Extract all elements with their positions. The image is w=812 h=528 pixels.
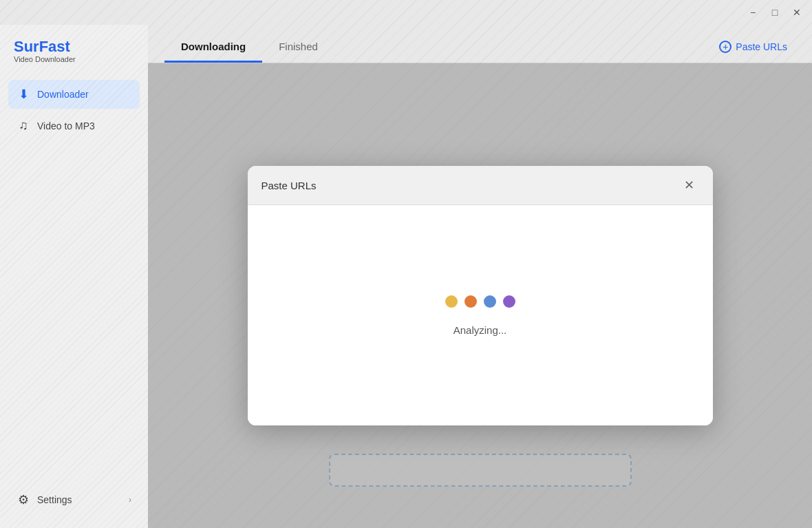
dot-purple bbox=[503, 295, 515, 308]
app-container: SurFast Video Downloader ⬇ Downloader ♫ … bbox=[0, 25, 812, 528]
main-content-area: Downloading Finished + Paste URLs Paste … bbox=[148, 25, 812, 528]
sidebar-item-video-to-mp3-label: Video to MP3 bbox=[37, 120, 95, 131]
dot-yellow bbox=[445, 295, 458, 308]
sidebar-bottom: ⚙ Settings › bbox=[0, 485, 148, 514]
sidebar-item-downloader-label: Downloader bbox=[37, 89, 89, 100]
modal-header: Paste URLs ✕ bbox=[248, 166, 713, 205]
paste-urls-button-label: Paste URLs bbox=[736, 41, 787, 52]
tab-bar: Downloading Finished + Paste URLs bbox=[148, 25, 812, 63]
close-button[interactable]: ✕ bbox=[787, 3, 806, 22]
logo-name: SurFast bbox=[14, 39, 134, 55]
main-content: Paste URLs ✕ Analyzing... bbox=[148, 63, 812, 528]
music-icon: ♫ bbox=[17, 118, 30, 133]
tab-finished[interactable]: Finished bbox=[262, 32, 334, 63]
modal-close-button[interactable]: ✕ bbox=[680, 176, 699, 195]
settings-left: ⚙ Settings bbox=[17, 492, 72, 507]
tabs: Downloading Finished bbox=[164, 32, 334, 63]
sidebar: SurFast Video Downloader ⬇ Downloader ♫ … bbox=[0, 25, 148, 528]
sidebar-nav: ⬇ Downloader ♫ Video to MP3 bbox=[0, 80, 148, 485]
sidebar-item-downloader[interactable]: ⬇ Downloader bbox=[8, 80, 140, 109]
settings-label: Settings bbox=[37, 494, 72, 505]
logo: SurFast Video Downloader bbox=[0, 39, 148, 80]
settings-icon: ⚙ bbox=[17, 492, 30, 507]
paste-urls-button[interactable]: + Paste URLs bbox=[711, 35, 795, 59]
modal-title: Paste URLs bbox=[261, 180, 317, 191]
dot-blue bbox=[484, 295, 496, 308]
modal-body: Analyzing... bbox=[248, 205, 713, 425]
loading-dots bbox=[445, 295, 515, 308]
downloader-icon: ⬇ bbox=[17, 87, 30, 102]
chevron-right-icon: › bbox=[129, 495, 131, 505]
settings-item[interactable]: ⚙ Settings › bbox=[8, 485, 140, 514]
plus-circle-icon: + bbox=[719, 41, 731, 53]
maximize-button[interactable]: □ bbox=[765, 3, 784, 22]
minimize-button[interactable]: − bbox=[743, 3, 762, 22]
dot-orange bbox=[464, 295, 477, 308]
analyzing-text: Analyzing... bbox=[453, 324, 507, 336]
paste-urls-modal: Paste URLs ✕ Analyzing... bbox=[248, 166, 713, 425]
logo-subtitle: Video Downloader bbox=[14, 55, 134, 63]
title-bar: − □ ✕ bbox=[0, 0, 812, 25]
modal-overlay: Paste URLs ✕ Analyzing... bbox=[148, 63, 812, 528]
sidebar-item-video-to-mp3[interactable]: ♫ Video to MP3 bbox=[8, 112, 140, 140]
tab-downloading[interactable]: Downloading bbox=[164, 32, 262, 63]
